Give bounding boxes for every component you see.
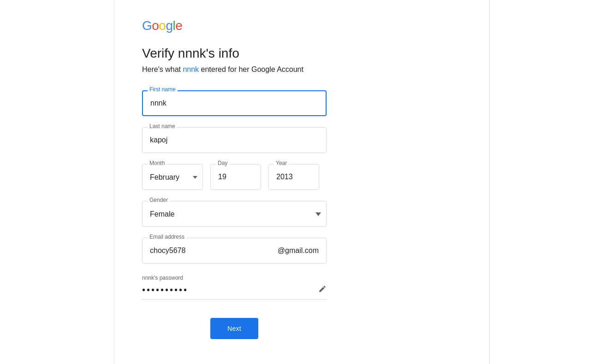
email-input-wrapper: chocy5678 @gmail.com — [142, 238, 327, 264]
gender-select-wrapper: Female Male Rather not say Custom — [142, 201, 327, 227]
button-row: Next — [142, 318, 327, 339]
google-logo: Google — [142, 18, 462, 33]
month-label: Month — [148, 160, 167, 166]
first-name-input[interactable] — [142, 90, 327, 116]
date-row: Month January February March April May J… — [142, 164, 327, 190]
last-name-field-group: Last name — [142, 127, 462, 153]
next-button[interactable]: Next — [210, 318, 258, 339]
month-field: Month January February March April May J… — [142, 164, 203, 190]
logo-e: e — [175, 18, 182, 33]
left-panel — [0, 0, 114, 364]
password-label: nnnk's password — [142, 275, 327, 281]
email-username: chocy5678 — [150, 247, 278, 255]
content-area — [490, 0, 595, 364]
edit-password-button[interactable] — [318, 285, 327, 295]
password-row: •••••••••• — [142, 285, 327, 299]
last-name-label: Last name — [148, 123, 177, 129]
email-field: Email address chocy5678 @gmail.com — [142, 238, 327, 264]
gender-select[interactable]: Female Male Rather not say Custom — [142, 201, 327, 227]
year-field: Year — [268, 164, 319, 190]
month-select-wrapper: January February March April May June Ju… — [142, 164, 203, 190]
day-label: Day — [216, 160, 229, 166]
pencil-icon — [318, 285, 327, 293]
google-logo-text: Google — [142, 18, 182, 33]
page-title: Verify nnnk's info — [142, 46, 462, 61]
subtitle-prefix: Here's what — [142, 65, 183, 73]
subtitle-suffix: entered for her Google Account — [199, 65, 303, 73]
main-content: Google Verify nnnk's info Here's what nn… — [114, 0, 489, 358]
gender-label: Gender — [148, 197, 170, 203]
right-panel: Google Verify nnnk's info Here's what nn… — [114, 0, 490, 364]
logo-o2: o — [159, 18, 166, 33]
subtitle-username: nnnk — [183, 65, 199, 73]
first-name-field-group: First name — [142, 90, 462, 116]
year-label: Year — [274, 160, 289, 166]
password-dots: •••••••••• — [142, 285, 188, 295]
day-field: Day — [210, 164, 261, 190]
password-section: nnnk's password •••••••••• — [142, 275, 327, 299]
day-input[interactable] — [210, 164, 261, 190]
last-name-input[interactable] — [142, 127, 327, 153]
email-label: Email address — [148, 234, 186, 240]
year-input[interactable] — [268, 164, 319, 190]
page-subtitle: Here's what nnnk entered for her Google … — [142, 65, 462, 74]
page-container: Google Verify nnnk's info Here's what nn… — [0, 0, 595, 364]
email-domain: @gmail.com — [278, 247, 319, 255]
first-name-label: First name — [148, 86, 178, 93]
month-select[interactable]: January February March April May June Ju… — [142, 164, 203, 190]
logo-g: G — [142, 18, 152, 33]
logo-o1: o — [152, 18, 159, 33]
logo-g2: g — [166, 18, 173, 33]
gender-field: Gender Female Male Rather not say Custom — [142, 201, 327, 227]
